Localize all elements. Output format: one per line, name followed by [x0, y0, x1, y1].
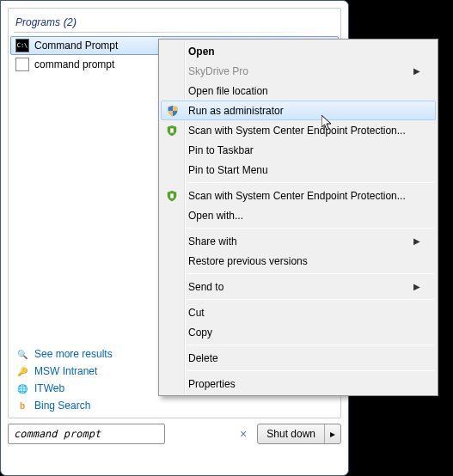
svg-rect-0	[170, 128, 174, 132]
context-item-share-with[interactable]: Share with▶	[161, 231, 436, 251]
context-item-open[interactable]: Open	[161, 41, 436, 61]
context-item-label: Delete	[188, 352, 420, 364]
result-label: command prompt	[34, 58, 114, 70]
link-label: See more results	[34, 348, 113, 360]
shutdown-button[interactable]: Shut down	[258, 424, 325, 443]
context-item-label: Run as administrator	[188, 105, 420, 117]
context-item-restore-previous-versions[interactable]: Restore previous versions	[161, 251, 436, 271]
submenu-arrow-icon: ▶	[413, 236, 420, 246]
context-menu: OpenSkyDrive Pro▶Open file locationRun a…	[158, 39, 438, 396]
context-item-label: Copy	[188, 326, 420, 339]
cmd-icon: C:\	[15, 39, 29, 52]
search-row: × Shut down ▸	[8, 424, 341, 444]
search-input[interactable]	[8, 424, 165, 444]
context-item-properties[interactable]: Properties	[161, 374, 436, 394]
context-item-open-with[interactable]: Open with...	[161, 205, 436, 225]
context-item-scan-with-system-center-endpoint-protection[interactable]: Scan with System Center Endpoint Protect…	[161, 120, 436, 140]
context-item-label: SkyDrive Pro	[188, 65, 413, 77]
context-item-label: Restore previous versions	[188, 255, 420, 267]
scep-shield-icon	[166, 125, 178, 137]
submenu-arrow-icon: ▶	[413, 66, 420, 76]
link-label: MSW Intranet	[34, 365, 97, 377]
context-item-label: Share with	[188, 235, 413, 247]
context-item-label: Cut	[188, 307, 420, 319]
context-item-label: Pin to Start Menu	[188, 164, 420, 176]
heading-count: 2	[67, 16, 73, 28]
context-item-label: Properties	[188, 378, 420, 390]
context-item-run-as-administrator[interactable]: Run as administrator	[161, 101, 436, 120]
context-item-label: Open with...	[188, 210, 420, 222]
submenu-arrow-icon: ▶	[413, 282, 420, 291]
context-item-copy[interactable]: Copy	[161, 322, 436, 342]
context-separator	[187, 299, 434, 300]
globe-icon: 🌐	[15, 381, 29, 395]
context-item-label: Scan with System Center Endpoint Protect…	[188, 190, 420, 202]
context-item-cut[interactable]: Cut	[161, 302, 436, 322]
context-item-label: Open	[188, 46, 420, 58]
context-item-label: Pin to Taskbar	[188, 144, 420, 156]
context-item-label: Scan with System Center Endpoint Protect…	[188, 125, 420, 137]
uac-shield-icon	[167, 105, 179, 117]
shutdown-split-button: Shut down ▸	[257, 424, 341, 444]
search-wrap: ×	[8, 424, 252, 444]
context-separator	[187, 182, 434, 183]
shutdown-label: Shut down	[266, 428, 315, 440]
link-label: ITWeb	[34, 382, 64, 394]
clear-search-icon[interactable]: ×	[240, 427, 247, 441]
context-separator	[187, 273, 434, 274]
context-item-pin-to-taskbar[interactable]: Pin to Taskbar	[161, 140, 436, 160]
context-item-open-file-location[interactable]: Open file location	[161, 81, 436, 101]
magnifier-icon: 🔍	[15, 347, 29, 361]
svg-rect-1	[170, 193, 174, 198]
context-item-label: Send to	[188, 281, 413, 293]
key-icon: 🔑	[15, 364, 29, 378]
heading-divider	[14, 32, 335, 33]
context-item-scan-with-system-center-endpoint-protection[interactable]: Scan with System Center Endpoint Protect…	[161, 186, 436, 205]
context-item-label: Open file location	[188, 85, 420, 97]
scep-shield-icon	[166, 190, 178, 202]
context-item-skydrive-pro: SkyDrive Pro▶	[161, 61, 436, 81]
link-label: Bing Search	[34, 400, 90, 412]
bing-icon: b	[15, 399, 29, 412]
document-icon	[15, 58, 29, 71]
programs-heading: Programs (2)	[10, 12, 339, 30]
result-label: Command Prompt	[34, 40, 118, 52]
bing-search-link[interactable]: b Bing Search	[12, 397, 337, 414]
context-separator	[187, 228, 434, 229]
context-item-delete[interactable]: Delete	[161, 348, 436, 368]
context-item-send-to[interactable]: Send to▶	[161, 277, 436, 296]
context-separator	[187, 345, 434, 345]
context-separator	[187, 370, 434, 371]
shutdown-menu-arrow[interactable]: ▸	[325, 424, 340, 443]
heading-label: Programs	[15, 16, 60, 28]
chevron-right-icon: ▸	[330, 428, 335, 440]
context-item-pin-to-start-menu[interactable]: Pin to Start Menu	[161, 160, 436, 180]
